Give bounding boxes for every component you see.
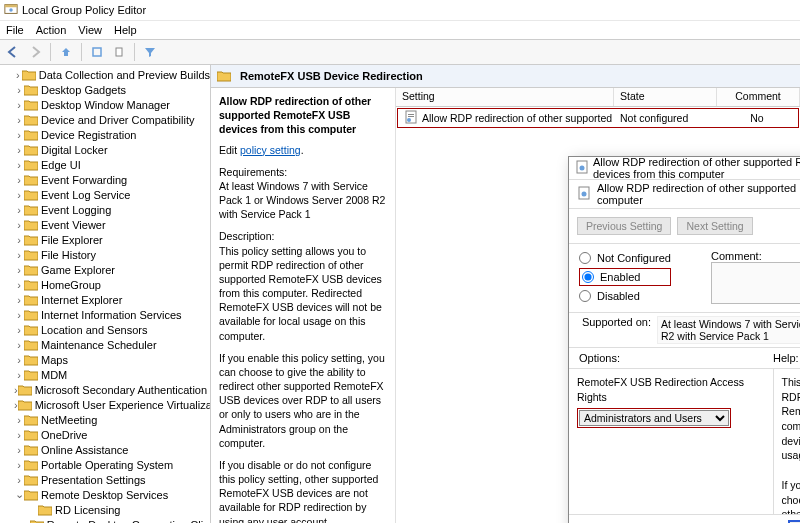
svg-rect-1 bbox=[5, 5, 17, 8]
description-text-1: This policy setting allows you to permit… bbox=[219, 244, 387, 343]
tree-item[interactable]: ›Desktop Gadgets bbox=[0, 82, 210, 97]
folder-icon bbox=[24, 474, 38, 486]
tree-item-label: Online Assistance bbox=[41, 444, 128, 456]
tree-item-label: Microsoft Secondary Authentication Facto… bbox=[35, 384, 211, 396]
tree-item[interactable]: ›File Explorer bbox=[0, 232, 210, 247]
tree-item-label: NetMeeting bbox=[41, 414, 97, 426]
tree-item[interactable]: ›Maintenance Scheduler bbox=[0, 337, 210, 352]
refresh-button[interactable] bbox=[88, 43, 106, 61]
requirements-text: At least Windows 7 with Service Pack 1 o… bbox=[219, 179, 387, 222]
policy-dialog: Allow RDP redirection of other supported… bbox=[568, 156, 800, 523]
tree-item[interactable]: ›Microsoft Secondary Authentication Fact… bbox=[0, 382, 210, 397]
folder-icon bbox=[24, 324, 38, 336]
up-button[interactable] bbox=[57, 43, 75, 61]
description-text-2: If you enable this policy setting, you c… bbox=[219, 351, 387, 450]
tree-item[interactable]: ›Device and Driver Compatibility bbox=[0, 112, 210, 127]
comment-textarea[interactable] bbox=[711, 262, 800, 304]
tree-item-label: Event Forwarding bbox=[41, 174, 127, 186]
col-setting[interactable]: Setting bbox=[396, 88, 614, 106]
tree-item[interactable]: ›Online Assistance bbox=[0, 442, 210, 457]
policy-icon bbox=[404, 110, 418, 126]
policy-icon bbox=[575, 160, 589, 176]
tree-item-label: RD Licensing bbox=[55, 504, 120, 516]
chevron-icon: › bbox=[14, 309, 24, 321]
back-button[interactable] bbox=[4, 43, 22, 61]
tree-item[interactable]: ›HomeGroup bbox=[0, 277, 210, 292]
chevron-icon: › bbox=[14, 369, 24, 381]
tree-item[interactable]: ›OneDrive bbox=[0, 427, 210, 442]
folder-icon bbox=[217, 70, 231, 82]
col-comment[interactable]: Comment bbox=[717, 88, 800, 106]
svg-point-8 bbox=[407, 118, 411, 122]
folder-icon bbox=[18, 384, 32, 396]
tree-item[interactable]: ›MDM bbox=[0, 367, 210, 382]
dialog-button-row: OK Cancel Apply bbox=[569, 514, 800, 523]
menu-help[interactable]: Help bbox=[114, 24, 137, 36]
tree-item[interactable]: ›Game Explorer bbox=[0, 262, 210, 277]
svg-rect-6 bbox=[408, 114, 414, 115]
radio-enabled[interactable]: Enabled bbox=[579, 268, 671, 286]
menu-view[interactable]: View bbox=[78, 24, 102, 36]
tree-item-label: HomeGroup bbox=[41, 279, 101, 291]
folder-icon bbox=[24, 234, 38, 246]
dialog-nav: Previous Setting Next Setting bbox=[569, 209, 800, 244]
tree-item[interactable]: ›Remote Desktop Connection Client bbox=[0, 517, 210, 523]
folder-icon bbox=[24, 369, 38, 381]
previous-setting-button[interactable]: Previous Setting bbox=[577, 217, 671, 235]
filter-button[interactable] bbox=[141, 43, 159, 61]
chevron-icon: › bbox=[14, 129, 24, 141]
menu-action[interactable]: Action bbox=[36, 24, 67, 36]
edit-policy-link[interactable]: policy setting bbox=[240, 144, 301, 156]
folder-icon bbox=[24, 99, 38, 111]
radio-not-configured[interactable]: Not Configured bbox=[579, 250, 671, 266]
next-setting-button[interactable]: Next Setting bbox=[677, 217, 752, 235]
policy-icon bbox=[577, 186, 591, 202]
menu-file[interactable]: File bbox=[6, 24, 24, 36]
radio-label: Not Configured bbox=[597, 252, 671, 264]
tree-item[interactable]: ›Edge UI bbox=[0, 157, 210, 172]
folder-icon bbox=[24, 114, 38, 126]
options-heading: Options: bbox=[579, 352, 773, 364]
settings-list-row[interactable]: Allow RDP redirection of other supported… bbox=[397, 108, 799, 128]
tree-item-label: Internet Information Services bbox=[41, 309, 182, 321]
tree-item[interactable]: ›Event Log Service bbox=[0, 187, 210, 202]
toolbar-separator bbox=[81, 43, 82, 61]
navigation-tree[interactable]: ›Data Collection and Preview Builds›Desk… bbox=[0, 65, 211, 523]
tree-item[interactable]: ›Event Viewer bbox=[0, 217, 210, 232]
col-state[interactable]: State bbox=[614, 88, 717, 106]
folder-icon bbox=[24, 174, 38, 186]
tree-item[interactable]: RD Licensing bbox=[0, 502, 210, 517]
tree-item[interactable]: ›NetMeeting bbox=[0, 412, 210, 427]
tree-item[interactable]: ›Microsoft User Experience Virtualizatio… bbox=[0, 397, 210, 412]
tree-item[interactable]: ›Event Forwarding bbox=[0, 172, 210, 187]
folder-icon bbox=[24, 264, 38, 276]
access-rights-select[interactable]: Administrators and Users bbox=[579, 410, 729, 426]
chevron-icon: › bbox=[14, 324, 24, 336]
folder-icon bbox=[24, 444, 38, 456]
radio-disabled[interactable]: Disabled bbox=[579, 288, 671, 304]
setting-title: Allow RDP redirection of other supported… bbox=[219, 95, 371, 135]
tree-item[interactable]: ›Portable Operating System bbox=[0, 457, 210, 472]
forward-button[interactable] bbox=[26, 43, 44, 61]
folder-icon bbox=[24, 219, 38, 231]
tree-item[interactable]: ›Digital Locker bbox=[0, 142, 210, 157]
tree-item[interactable]: ›Event Logging bbox=[0, 202, 210, 217]
chevron-icon: › bbox=[14, 174, 24, 186]
dialog-titlebar[interactable]: Allow RDP redirection of other supported… bbox=[569, 157, 800, 180]
chevron-icon: ⌄ bbox=[14, 488, 24, 501]
tree-item[interactable]: ›Data Collection and Preview Builds bbox=[0, 67, 210, 82]
tree-item[interactable]: ›Internet Information Services bbox=[0, 307, 210, 322]
tree-item[interactable]: ›Desktop Window Manager bbox=[0, 97, 210, 112]
tree-item[interactable]: ›Location and Sensors bbox=[0, 322, 210, 337]
tree-item[interactable]: ›File History bbox=[0, 247, 210, 262]
tree-item[interactable]: ⌄Remote Desktop Services bbox=[0, 487, 210, 502]
tree-item[interactable]: ›Maps bbox=[0, 352, 210, 367]
folder-icon bbox=[24, 204, 38, 216]
folder-icon bbox=[24, 249, 38, 261]
properties-button[interactable] bbox=[110, 43, 128, 61]
tree-item[interactable]: ›Presentation Settings bbox=[0, 472, 210, 487]
toolbar-separator bbox=[50, 43, 51, 61]
tree-item[interactable]: ›Device Registration bbox=[0, 127, 210, 142]
chevron-icon: › bbox=[14, 294, 24, 306]
tree-item[interactable]: ›Internet Explorer bbox=[0, 292, 210, 307]
